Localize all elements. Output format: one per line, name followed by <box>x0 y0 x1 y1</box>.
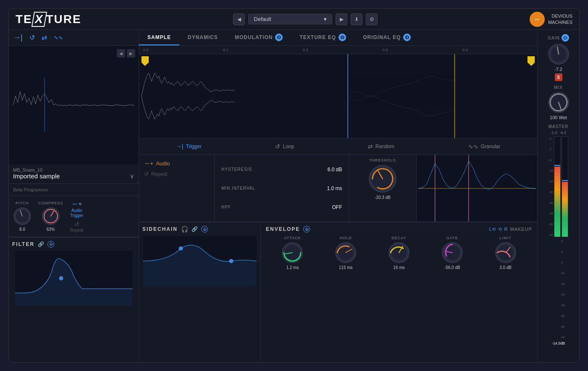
sample-dropdown-icon[interactable]: ∨ <box>130 172 134 180</box>
settings-button[interactable]: ⚙ <box>366 13 378 25</box>
compress-value: 63% <box>47 227 55 232</box>
attack-knob[interactable] <box>281 242 303 264</box>
compress-knob[interactable] <box>42 207 60 225</box>
gain-knob[interactable] <box>548 43 570 65</box>
logo: TEXTURE <box>16 12 81 27</box>
threshold-value: -20.3 dB <box>375 195 391 200</box>
svg-point-19 <box>179 246 183 251</box>
tabs-row: SAMPLE DYNAMICS MODULATION ⏻ TEXTURE EQ … <box>139 30 537 46</box>
sidechain-power-button[interactable]: ⏻ <box>201 226 208 233</box>
tab-original-eq[interactable]: ORIGINAL EQ ⏻ <box>354 30 419 45</box>
sidechain-headphones-icon: 🎧 <box>181 226 188 233</box>
repeat-button[interactable]: ↺ Repeat <box>70 221 84 233</box>
lr-left-button[interactable]: L⟲ <box>489 227 495 232</box>
random-mode-button[interactable]: ⇄ <box>42 34 47 42</box>
mix-knob[interactable] <box>548 91 570 113</box>
hold-knob[interactable] <box>335 242 357 264</box>
trigger-mode-button[interactable]: →| <box>13 33 23 42</box>
repeat-circle-icon: ↺ <box>144 171 149 177</box>
limit-knob[interactable] <box>495 242 517 264</box>
limit-group: LIMIT 3.0 dB <box>495 236 517 270</box>
min-interval-value[interactable]: 1.0 ms <box>327 186 342 191</box>
repeat-row[interactable]: ↺ Repeat <box>144 171 209 177</box>
tab-sample[interactable]: SAMPLE <box>139 30 179 45</box>
original-eq-power-button[interactable]: ⏻ <box>403 34 411 41</box>
gain-power-button[interactable]: ⏻ <box>562 34 569 42</box>
scale-inf: -inf <box>549 233 553 236</box>
prev-preset-button[interactable]: ◀ <box>233 13 245 25</box>
download-preset-button[interactable]: ⬇ <box>351 13 362 25</box>
left-panel: →| ↺ ⇄ ∿∿ ◀ ▶ <box>9 30 139 362</box>
hpf-label: HPF <box>221 205 231 209</box>
tab-original-eq-label: ORIGINAL EQ <box>363 34 401 40</box>
hysteresis-value[interactable]: 6.0 dB <box>328 167 342 172</box>
hysteresis-row: HYSTERESIS 6.0 dB <box>221 167 342 172</box>
sample-info: MB_Snare_10 Imported sample ∨ <box>9 164 139 184</box>
next-preset-button[interactable]: ▶ <box>336 13 347 25</box>
hpf-value[interactable]: OFF <box>332 204 342 210</box>
scale-10: -10 <box>549 169 553 172</box>
dropdown-arrow-icon: ▾ <box>324 16 327 22</box>
tab-modulation[interactable]: MODULATION ⏻ <box>226 30 291 45</box>
right-db-label: -4.2 <box>560 131 567 135</box>
random-mode-btn[interactable]: ⇄ Random <box>363 143 399 150</box>
beta-text: Beta Programme <box>13 187 48 192</box>
loop-mode-btn[interactable]: ↺ Loop <box>270 143 299 150</box>
right-panel: GAIN ⏻ -7.2 S MIX <box>537 30 579 362</box>
tab-texture-eq[interactable]: TEXTURE EQ ⏻ <box>291 30 354 45</box>
lr-right-button[interactable]: R <box>504 227 508 232</box>
granular-label: Granular <box>481 144 501 149</box>
trigger-label: Trigger <box>186 144 202 149</box>
envelope-power-button[interactable]: ⏻ <box>303 226 310 233</box>
ruler-01: 0.1 <box>223 48 228 52</box>
filter-title-row: FILTER 🔗 ⏻ <box>12 241 135 248</box>
solo-button[interactable]: S <box>555 73 562 81</box>
threshold-label: THRESHOLD <box>369 158 396 162</box>
granular-mode-button[interactable]: ∿∿ <box>54 34 63 41</box>
svg-rect-0 <box>9 78 139 132</box>
transport-bar: →| ↺ ⇄ ∿∿ <box>9 30 139 46</box>
sample-type-row: Imported sample ∨ <box>13 172 134 180</box>
sample-prev-button[interactable]: ◀ <box>117 49 125 57</box>
modulation-power-button[interactable]: ⏻ <box>275 34 283 41</box>
texture-eq-power-button[interactable]: ⏻ <box>339 34 346 41</box>
sidechain-title-row: SIDECHAIN 🎧 🔗 ⏻ <box>142 226 257 233</box>
tab-dynamics[interactable]: DYNAMICS <box>179 30 226 45</box>
gain-header: GAIN ⏻ <box>548 34 569 42</box>
threshold-knob[interactable] <box>368 164 397 193</box>
decay-knob[interactable] <box>388 242 410 264</box>
filter-power-button[interactable]: ⏻ <box>47 241 54 248</box>
min-interval-label: MIN INTERVAL <box>221 186 255 191</box>
envelope-title: ENVELOPE <box>266 226 300 232</box>
knobs-row: PITCH 8.0 COMPRESS 6 <box>9 196 139 237</box>
granular-mode-btn[interactable]: ∿∿ Granular <box>463 143 506 150</box>
tab-modulation-label: MODULATION <box>235 34 273 40</box>
hpf-row: HPF OFF <box>221 204 342 210</box>
preset-name: Default <box>254 16 271 22</box>
brand-name: DEVIOUSMACHINES <box>548 13 572 25</box>
sample-preview: ◀ ▶ <box>9 46 139 164</box>
preset-dropdown[interactable]: Default ▾ <box>248 14 332 24</box>
sidechain-section: SIDECHAIN 🎧 🔗 ⏻ <box>139 222 261 362</box>
min-interval-row: MIN INTERVAL 1.0 ms <box>221 186 342 191</box>
left-meter <box>554 136 561 237</box>
sample-type: Imported sample <box>13 172 60 180</box>
gate-knob[interactable] <box>441 242 463 264</box>
filter-link-icon[interactable]: 🔗 <box>38 241 44 247</box>
filter-section: FILTER 🔗 ⏻ <box>9 237 139 363</box>
lr-link-button[interactable]: ⟲ <box>498 227 502 232</box>
mix-label: MIX <box>554 85 563 90</box>
limit-value: 3.0 dB <box>499 265 512 270</box>
right-meter-fill <box>562 182 568 237</box>
sample-next-button[interactable]: ▶ <box>127 49 135 57</box>
loop-mode-button[interactable]: ↺ <box>29 34 35 42</box>
pitch-knob[interactable] <box>13 207 32 225</box>
pitch-label: PITCH <box>16 201 29 205</box>
hold-value: 115 ms <box>339 265 353 270</box>
hold-group: HOLD 115 ms <box>335 236 357 270</box>
trigger-mode-btn[interactable]: →| Trigger <box>171 143 207 150</box>
pitch-group: PITCH 8.0 <box>13 201 32 232</box>
sidechain-link-icon[interactable]: 🔗 <box>192 226 198 232</box>
plugin-container: TEXTURE ◀ Default ▾ ▶ ⬇ ⚙ ↔ DEVIOUSMACHI… <box>8 8 580 363</box>
audio-trigger-button[interactable]: ↔+ AudioTrigger <box>70 200 83 218</box>
